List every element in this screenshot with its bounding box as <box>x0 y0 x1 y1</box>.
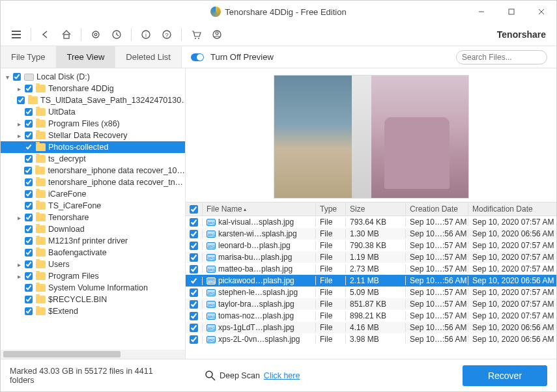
tab-file-type[interactable]: File Type <box>1 46 57 68</box>
settings-button[interactable] <box>87 25 105 44</box>
tree-row[interactable]: tenorshare_iphone data recover_tn… <box>1 176 185 188</box>
tree-checkbox[interactable] <box>17 96 25 104</box>
search-input[interactable] <box>462 53 557 62</box>
tree-checkbox[interactable] <box>25 143 33 151</box>
tree-row[interactable]: TS_UltData_Save_Path_13242470130… <box>1 94 185 106</box>
help-button[interactable]: ? <box>158 25 176 44</box>
row-checkbox[interactable] <box>190 277 198 285</box>
tree-checkbox[interactable] <box>13 73 21 81</box>
tree-row[interactable]: TS_iCareFone <box>1 200 185 212</box>
tree-row[interactable]: ▸Program Files (x86) <box>1 118 185 130</box>
tree-row[interactable]: System Volume Information <box>1 282 185 294</box>
menu-button[interactable] <box>7 25 25 44</box>
tree-row[interactable]: ▾Local Disk (D:) <box>1 71 185 83</box>
tree-checkbox[interactable] <box>25 249 33 257</box>
table-row[interactable]: JPGkal-visual…splash.jpgFile793.64 KBSep… <box>186 216 556 228</box>
header-file-name[interactable]: File Name▴ <box>203 203 316 216</box>
tree-checkbox[interactable] <box>25 190 33 198</box>
table-row[interactable]: JPGleonard-b…plash.jpgFile790.38 KBSep 1… <box>186 240 556 251</box>
tree-label: Download <box>48 225 85 234</box>
tab-tree-view[interactable]: Tree View <box>57 46 116 68</box>
history-button[interactable] <box>107 25 126 44</box>
tree-checkbox[interactable] <box>25 237 33 245</box>
table-row[interactable]: JPGkarsten-wi…splash.jpgFile1.30 MBSep 1… <box>186 228 556 240</box>
table-row[interactable]: JPGtaylor-bra…splash.jpgFile851.87 KBSep… <box>186 298 556 310</box>
table-row[interactable]: JPGstephen-le…splash.jpgFile5.09 MBSep 1… <box>186 287 556 298</box>
back-button[interactable] <box>36 25 55 44</box>
row-checkbox[interactable] <box>190 230 198 238</box>
table-row[interactable]: JPGxps-1gLdT…plash.jpgFile4.16 MBSep 10…… <box>186 322 556 333</box>
tree-checkbox[interactable] <box>25 132 33 139</box>
home-button[interactable] <box>57 25 76 44</box>
tree-row[interactable]: ts_decrypt <box>1 153 185 165</box>
expand-icon[interactable]: ▾ <box>3 74 11 81</box>
table-row[interactable]: JPGxps-2L-0vn…splash.jpgFile3.98 MBSep 1… <box>186 333 556 345</box>
cart-button[interactable] <box>187 25 205 44</box>
tree-row[interactable]: Download <box>1 223 185 235</box>
tree-checkbox[interactable] <box>24 167 32 175</box>
tree-checkbox[interactable] <box>25 85 33 92</box>
preview-toggle[interactable] <box>191 53 204 61</box>
tree-row[interactable]: $RECYCLE.BIN <box>1 294 185 305</box>
status-text: Marked 43.03 GB in 55172 files in 4411 f… <box>10 367 173 385</box>
row-checkbox[interactable] <box>190 253 198 262</box>
tree-row[interactable]: M1213nf printer driver <box>1 235 185 247</box>
tree-row[interactable]: Baofengactivate <box>1 247 185 259</box>
tree-checkbox[interactable] <box>25 155 33 163</box>
tree-checkbox[interactable] <box>25 120 33 128</box>
row-checkbox[interactable] <box>190 300 198 309</box>
tree-row[interactable]: ▸Users <box>1 259 185 270</box>
tree-row[interactable]: ▸Program Files <box>1 270 185 282</box>
tree-checkbox[interactable] <box>25 296 33 303</box>
tree-row[interactable]: iCareFone <box>1 188 185 200</box>
row-checkbox[interactable] <box>190 312 198 320</box>
recover-button[interactable]: Recover <box>463 365 547 386</box>
header-type[interactable]: Type <box>316 203 346 216</box>
tree-checkbox[interactable] <box>25 225 33 233</box>
table-row[interactable]: JPGtomas-noz…plash.jpgFile898.21 KBSep 1… <box>186 310 556 322</box>
expand-icon[interactable]: ▸ <box>15 261 23 268</box>
tree-checkbox[interactable] <box>25 284 33 292</box>
table-row[interactable]: JPGpickawood…plash.jpgFile2.11 MBSep 10…… <box>186 275 556 287</box>
expand-icon[interactable]: ▸ <box>15 214 23 221</box>
deep-scan-link[interactable]: Click here <box>264 371 300 380</box>
row-checkbox[interactable] <box>190 335 198 344</box>
table-row[interactable]: JPGmarisa-bu…plash.jpgFile1.19 MBSep 10…… <box>186 251 556 263</box>
tree-checkbox[interactable] <box>25 178 33 186</box>
row-checkbox[interactable] <box>190 288 198 297</box>
header-checkbox[interactable] <box>186 203 203 216</box>
expand-icon[interactable]: ▸ <box>15 85 23 92</box>
header-creation-date[interactable]: Creation Date <box>406 203 468 216</box>
tree-h-scrollbar[interactable] <box>1 350 185 359</box>
tree-row[interactable]: Photos-collected <box>1 141 185 153</box>
row-checkbox[interactable] <box>190 324 198 332</box>
tree-row[interactable]: $Extend <box>1 305 185 317</box>
header-size[interactable]: Size <box>346 203 406 216</box>
row-checkbox[interactable] <box>190 265 198 273</box>
tree-row[interactable]: ▸Tenorshare <box>1 212 185 223</box>
tree-row[interactable]: tenorshare_iphone data recover_10… <box>1 165 185 176</box>
row-checkbox[interactable] <box>190 218 198 227</box>
minimize-button[interactable] <box>466 1 496 23</box>
tree-checkbox[interactable] <box>25 202 33 210</box>
close-button[interactable] <box>526 1 556 23</box>
row-checkbox[interactable] <box>190 242 198 250</box>
info-button[interactable]: i <box>137 25 155 44</box>
tree-checkbox[interactable] <box>25 307 33 315</box>
maximize-button[interactable] <box>496 1 526 23</box>
expand-icon[interactable]: ▸ <box>15 120 23 128</box>
tree-checkbox[interactable] <box>25 108 33 116</box>
table-row[interactable]: JPGmatteo-ba…plash.jpgFile2.73 MBSep 10…… <box>186 263 556 275</box>
account-button[interactable] <box>208 25 226 44</box>
tree-row[interactable]: UltData <box>1 106 185 118</box>
tab-deleted-list[interactable]: Deleted List <box>115 46 182 68</box>
expand-icon[interactable]: ▸ <box>15 132 23 139</box>
tree-checkbox[interactable] <box>25 214 33 221</box>
tree-row[interactable]: ▸Stellar Data Recovery <box>1 130 185 141</box>
search-box[interactable] <box>456 50 547 64</box>
expand-icon[interactable]: ▸ <box>15 273 23 280</box>
tree-checkbox[interactable] <box>25 272 33 280</box>
tree-checkbox[interactable] <box>25 260 33 268</box>
tree-row[interactable]: ▸Tenorshare 4DDig <box>1 83 185 94</box>
header-modification-date[interactable]: Modification Date <box>468 203 556 216</box>
